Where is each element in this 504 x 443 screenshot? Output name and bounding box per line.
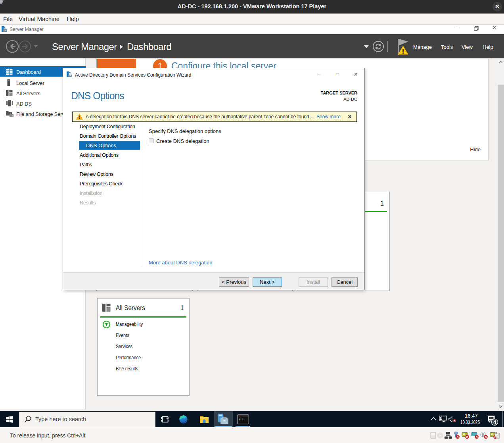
svg-text:C:\_: C:\_	[239, 418, 245, 420]
svg-text:4: 4	[493, 419, 496, 425]
